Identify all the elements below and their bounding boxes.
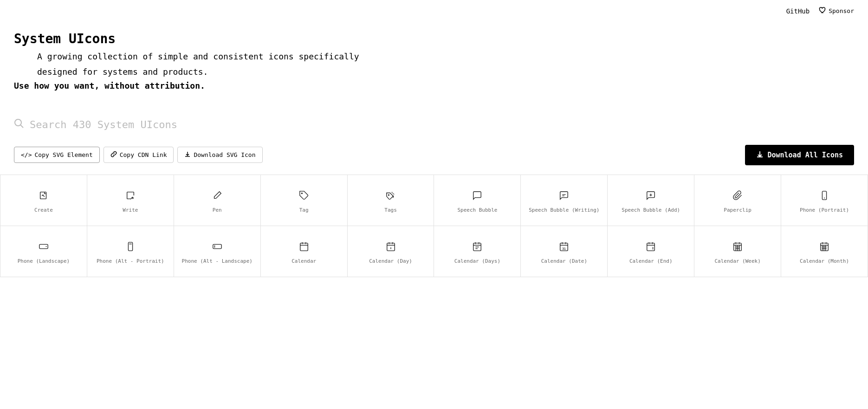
icon-calendar-month[interactable]: Calendar (Month) <box>781 226 868 277</box>
download-all-label: Download All Icons <box>767 151 843 159</box>
svg-rect-13 <box>213 244 221 248</box>
icon-create-label: Create <box>34 207 53 214</box>
icon-phone-portrait[interactable]: Phone (Portrait) <box>781 175 868 226</box>
icon-phone-landscape[interactable]: Phone (Landscape) <box>0 226 87 277</box>
svg-text:31: 31 <box>562 247 566 251</box>
icon-create[interactable]: Create <box>0 175 87 226</box>
github-link[interactable]: GitHub <box>786 7 810 15</box>
svg-point-6 <box>388 195 389 195</box>
icon-calendar-date-label: Calendar (Date) <box>541 258 587 265</box>
svg-point-0 <box>15 119 21 126</box>
search-icon <box>14 118 24 131</box>
copy-svg-button[interactable]: </> Copy SVG Element <box>14 147 100 163</box>
hero-desc-line1: A growing collection of simple and consi… <box>37 50 854 64</box>
icon-phone-alt-portrait[interactable]: Phone (Alt - Portrait) <box>87 226 174 277</box>
sponsor-label: Sponsor <box>829 7 854 14</box>
code-icon: </> <box>21 151 32 158</box>
copy-cdn-label: Copy CDN Link <box>120 151 167 158</box>
icon-phone-landscape-label: Phone (Landscape) <box>18 258 70 265</box>
icon-tags-label: Tags <box>384 207 397 214</box>
icon-paperclip[interactable]: Paperclip <box>694 175 781 226</box>
hero-section: System UIcons A growing collection of si… <box>0 22 868 109</box>
icon-calendar[interactable]: Calendar <box>261 226 348 277</box>
search-input[interactable] <box>30 119 262 130</box>
icon-calendar-day[interactable]: Calendar (Day) <box>348 226 434 277</box>
download-all-icon <box>756 150 764 160</box>
icon-phone-alt-landscape[interactable]: Phone (Alt - Landscape) <box>174 226 261 277</box>
icon-tag-label: Tag <box>299 207 309 214</box>
link-icon <box>110 151 117 159</box>
icon-phone-portrait-label: Phone (Portrait) <box>800 207 849 214</box>
icon-calendar-month-label: Calendar (Month) <box>800 258 849 265</box>
search-section <box>0 109 868 140</box>
site-title: System UIcons <box>14 31 854 46</box>
icon-calendar-label: Calendar <box>291 258 316 265</box>
toolbar-left: </> Copy SVG Element Copy CDN Link Downl… <box>14 147 263 163</box>
sponsor-link[interactable]: Sponsor <box>819 6 854 15</box>
icon-tags[interactable]: Tags <box>348 175 434 226</box>
svg-point-5 <box>301 193 302 194</box>
icon-phone-alt-landscape-label: Phone (Alt - Landscape) <box>182 258 253 265</box>
icon-calendar-week[interactable]: Calendar (Week) <box>694 226 781 277</box>
svg-rect-15 <box>300 243 308 251</box>
svg-line-1 <box>21 125 24 128</box>
icon-calendar-days-label: Calendar (Days) <box>454 258 500 265</box>
icon-pen-label: Pen <box>213 207 222 214</box>
download-svg-label: Download SVG Icon <box>194 151 255 158</box>
icon-calendar-end-label: Calendar (End) <box>629 258 673 265</box>
icon-grid: Create Write Pen Tag Tags <box>0 175 868 277</box>
icon-calendar-week-label: Calendar (Week) <box>714 258 760 265</box>
icon-write[interactable]: Write <box>87 175 174 226</box>
download-icon <box>184 151 191 159</box>
icon-calendar-days[interactable]: Calendar (Days) <box>434 226 521 277</box>
icon-write-label: Write <box>123 207 138 214</box>
copy-cdn-button[interactable]: Copy CDN Link <box>104 147 174 163</box>
icon-calendar-end[interactable]: Calendar (End) <box>608 226 694 277</box>
icon-speech-bubble[interactable]: Speech Bubble <box>434 175 521 226</box>
toolbar: </> Copy SVG Element Copy CDN Link Downl… <box>0 140 868 170</box>
icon-speech-bubble-add-label: Speech Bubble (Add) <box>622 207 680 214</box>
icon-speech-bubble-writing[interactable]: Speech Bubble (Writing) <box>521 175 608 226</box>
icon-calendar-date[interactable]: 31 Calendar (Date) <box>521 226 608 277</box>
icon-speech-bubble-label: Speech Bubble <box>457 207 497 214</box>
icon-phone-alt-portrait-label: Phone (Alt - Portrait) <box>97 258 164 265</box>
download-all-button[interactable]: Download All Icons <box>745 145 854 165</box>
icon-speech-bubble-writing-label: Speech Bubble (Writing) <box>529 207 599 214</box>
svg-rect-11 <box>128 242 132 251</box>
heart-icon <box>819 6 826 15</box>
hero-desc-line2: designed for systems and products. <box>37 65 854 79</box>
icon-tag[interactable]: Tag <box>261 175 348 226</box>
svg-rect-19 <box>387 243 395 251</box>
download-svg-button[interactable]: Download SVG Icon <box>177 147 262 163</box>
top-navigation: GitHub Sponsor <box>0 0 868 22</box>
hero-tagline: Use how you want, without attribution. <box>14 81 854 91</box>
icon-speech-bubble-add[interactable]: Speech Bubble (Add) <box>608 175 694 226</box>
svg-rect-35 <box>647 243 655 251</box>
icon-calendar-day-label: Calendar (Day) <box>369 258 412 265</box>
icon-paperclip-label: Paperclip <box>724 207 751 214</box>
icon-pen[interactable]: Pen <box>174 175 261 226</box>
copy-svg-label: Copy SVG Element <box>34 151 92 158</box>
